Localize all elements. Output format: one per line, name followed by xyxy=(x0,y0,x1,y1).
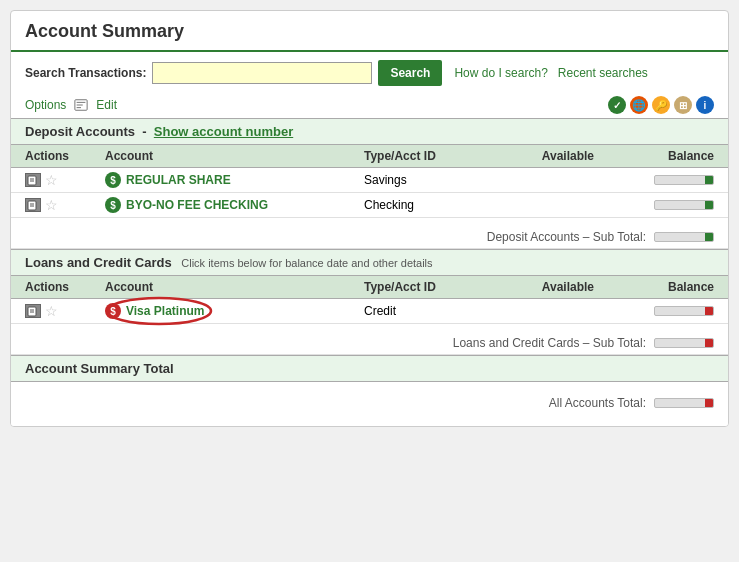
balance-cell xyxy=(594,175,714,185)
search-button[interactable]: Search xyxy=(378,60,442,86)
balance-bar xyxy=(654,175,714,185)
account-cell: $ REGULAR SHARE xyxy=(105,172,364,188)
balance-bar xyxy=(654,306,714,316)
recent-searches-link[interactable]: Recent searches xyxy=(558,66,648,80)
account-cell: $ BYO-NO FEE CHECKING xyxy=(105,197,364,213)
show-account-number-link[interactable]: Show account number xyxy=(154,124,293,139)
all-accounts-label: All Accounts Total: xyxy=(549,396,646,410)
globe-icon[interactable]: 🌐 xyxy=(630,96,648,114)
spacer xyxy=(11,324,728,332)
loans-subtotal-fill xyxy=(705,339,713,347)
visa-platinum-link[interactable]: Visa Platinum xyxy=(126,304,204,318)
table-row: ☆ $ Visa Platinum Credit xyxy=(11,299,728,324)
deposit-section-header: Deposit Accounts - Show account number xyxy=(11,118,728,145)
account-badge: $ xyxy=(105,197,121,213)
loans-subtotal-row: Loans and Credit Cards – Sub Total: xyxy=(11,332,728,355)
balance-cell xyxy=(594,200,714,210)
grid-icon[interactable]: ⊞ xyxy=(674,96,692,114)
action-doc-icon[interactable] xyxy=(25,198,41,212)
type-id-cell: Credit xyxy=(364,304,494,318)
search-bar: Search Transactions: Search How do I sea… xyxy=(11,52,728,94)
account-cell: $ Visa Platinum xyxy=(105,303,364,319)
page-title: Account Summary xyxy=(11,11,728,52)
action-doc-icon[interactable] xyxy=(25,304,41,318)
options-bar: Options Edit ✓ 🌐 🔑 ⊞ i xyxy=(11,94,728,118)
table-row: ☆ $ BYO-NO FEE CHECKING Checking xyxy=(11,193,728,218)
bottom-spacer xyxy=(11,416,728,426)
actions-cell: ☆ xyxy=(25,172,105,188)
key-icon[interactable]: 🔑 xyxy=(652,96,670,114)
col-available-loan: Available xyxy=(494,280,594,294)
actions-cell: ☆ xyxy=(25,197,105,213)
actions-cell: ☆ xyxy=(25,303,105,319)
checkmark-icon[interactable]: ✓ xyxy=(608,96,626,114)
deposit-subtotal-fill xyxy=(705,233,713,241)
all-accounts-fill xyxy=(705,399,713,407)
balance-fill xyxy=(705,201,713,209)
total-section-header: Account Summary Total xyxy=(11,355,728,382)
toolbar-icons: ✓ 🌐 🔑 ⊞ i xyxy=(608,96,714,114)
table-row: ☆ $ REGULAR SHARE Savings xyxy=(11,168,728,193)
all-accounts-total-row: All Accounts Total: xyxy=(11,390,728,416)
col-typeid-loan: Type/Acct ID xyxy=(364,280,494,294)
account-badge: $ xyxy=(105,303,121,319)
col-actions-loan: Actions xyxy=(25,280,105,294)
type-id-cell: Checking xyxy=(364,198,494,212)
deposit-subtotal-row: Deposit Accounts – Sub Total: xyxy=(11,226,728,249)
edit-link[interactable]: Edit xyxy=(96,98,117,112)
account-name-link[interactable]: REGULAR SHARE xyxy=(126,173,231,187)
deposit-subtotal-label: Deposit Accounts – Sub Total: xyxy=(487,230,646,244)
main-container: Account Summary Search Transactions: Sea… xyxy=(10,10,729,427)
deposit-subtotal-bar xyxy=(654,232,714,242)
edit-icon xyxy=(74,98,88,112)
star-icon[interactable]: ☆ xyxy=(45,197,58,213)
spacer xyxy=(11,382,728,390)
spacer xyxy=(11,218,728,226)
all-accounts-bar xyxy=(654,398,714,408)
col-balance-loan: Balance xyxy=(594,280,714,294)
options-left: Options Edit xyxy=(25,98,117,112)
how-do-i-search-link[interactable]: How do I search? xyxy=(454,66,547,80)
col-account-loan: Account xyxy=(105,280,364,294)
loans-subtitle: Click items below for balance date and o… xyxy=(181,257,432,269)
account-name-link[interactable]: BYO-NO FEE CHECKING xyxy=(126,198,268,212)
loans-table-header: Actions Account Type/Acct ID Available B… xyxy=(11,276,728,299)
type-id-cell: Savings xyxy=(364,173,494,187)
loans-section-header: Loans and Credit Cards Click items below… xyxy=(11,249,728,276)
col-account-dep: Account xyxy=(105,149,364,163)
col-balance-dep: Balance xyxy=(594,149,714,163)
balance-cell xyxy=(594,306,714,316)
star-icon[interactable]: ☆ xyxy=(45,303,58,319)
info-icon[interactable]: i xyxy=(696,96,714,114)
balance-fill-red xyxy=(705,307,713,315)
balance-bar xyxy=(654,200,714,210)
action-doc-icon[interactable] xyxy=(25,173,41,187)
loans-subtotal-bar xyxy=(654,338,714,348)
star-icon[interactable]: ☆ xyxy=(45,172,58,188)
search-input[interactable] xyxy=(152,62,372,84)
deposit-table-header: Actions Account Type/Acct ID Available B… xyxy=(11,145,728,168)
loans-subtotal-label: Loans and Credit Cards – Sub Total: xyxy=(453,336,646,350)
search-links: How do I search? Recent searches xyxy=(454,66,647,80)
balance-fill xyxy=(705,176,713,184)
col-actions-dep: Actions xyxy=(25,149,105,163)
account-badge: $ xyxy=(105,172,121,188)
search-label: Search Transactions: xyxy=(25,66,146,80)
options-link[interactable]: Options xyxy=(25,98,66,112)
col-typeid-dep: Type/Acct ID xyxy=(364,149,494,163)
col-available-dep: Available xyxy=(494,149,594,163)
